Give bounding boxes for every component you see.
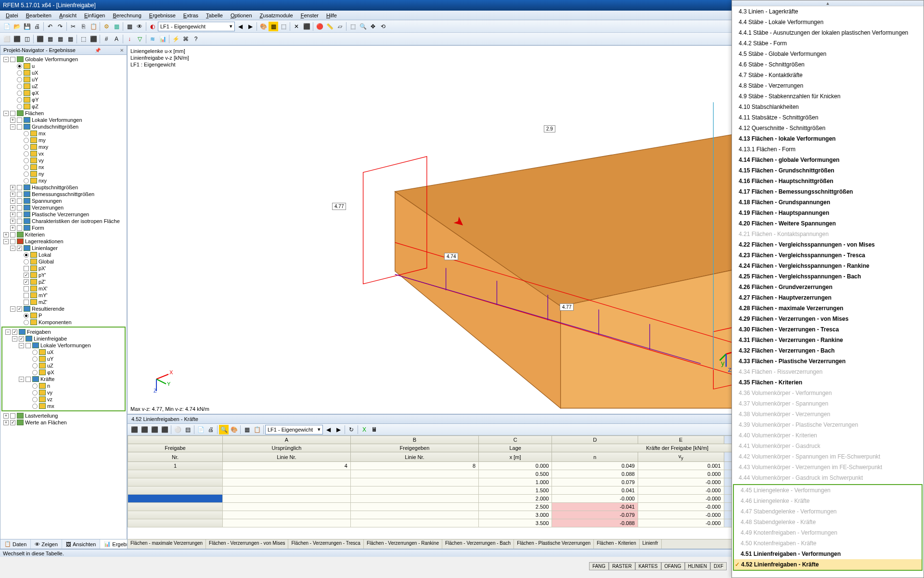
diagram-icon[interactable]: 📊 (158, 34, 167, 44)
menu-item[interactable]: 4.15 Flächen - Grundschnittgrößen (732, 165, 924, 176)
menu-hilfe[interactable]: Hilfe (322, 12, 341, 19)
tbl-table-icon[interactable]: ▦ (242, 425, 252, 434)
tree-item[interactable]: uZ (3, 362, 124, 369)
tree-item[interactable]: +Kriterien (1, 231, 126, 238)
menu-item[interactable]: 4.21 Flächen - Kontaktspannungen (732, 229, 924, 239)
tree-item[interactable]: φX (1, 90, 126, 96)
tbl-excel-icon[interactable]: X (359, 425, 369, 434)
tree-item[interactable]: +Verzerrungen (1, 204, 126, 211)
menu-einfügen[interactable]: Einfügen (80, 12, 109, 19)
table-tab[interactable]: Linienfr (640, 539, 662, 549)
misc1-icon[interactable]: ⚡ (171, 34, 180, 44)
menu-item[interactable]: 4.50 Knotenfreigaben - Kräfte (734, 538, 922, 549)
tree-item[interactable]: Global (1, 258, 126, 265)
menu-item[interactable]: 4.14 Flächen - globale Verformungen (732, 155, 924, 165)
support-icon[interactable]: ▽ (135, 34, 144, 44)
tree-item[interactable]: u (1, 63, 126, 69)
section-icon[interactable]: ⬛ (302, 22, 311, 31)
menu-item[interactable]: 4.24 Flächen - Vergleichsspannungen - Ra… (732, 261, 924, 271)
lf-icon[interactable]: ◐ (148, 22, 157, 31)
xz-icon[interactable]: ▦ (55, 34, 65, 44)
menu-item[interactable]: 4.40 Volumenkörper - Kriterien (732, 430, 924, 441)
menu-item[interactable]: 4.44 Volumenkörper - Gasdruck im Schwerp… (732, 473, 924, 483)
nav-tab-zeigen[interactable]: 👁Zeigen (31, 539, 62, 549)
menu-item[interactable]: 4.25 Flächen - Vergleichsspannungen - Ba… (732, 271, 924, 282)
table-tab[interactable]: Flächen - Verzerrungen - Bach (442, 539, 514, 549)
tree-item[interactable]: +Plastische Verzerrungen (1, 211, 126, 218)
table-tab[interactable]: Flächen - Verzerrungen - Tresca (288, 539, 363, 549)
tree-item[interactable]: +Hauptschnittgrößen (1, 184, 126, 191)
iso-icon[interactable]: ⬛ (35, 34, 45, 44)
menu-handle[interactable]: ▲ (732, 0, 924, 6)
tree-item[interactable]: +Spannungen (1, 197, 126, 204)
tbl-refresh-icon[interactable]: ↻ (346, 425, 356, 434)
menu-item[interactable]: 4.16 Flächen - Hauptschnittgrößen (732, 176, 924, 186)
result-icon[interactable]: ≋ (148, 34, 157, 44)
menu-item[interactable]: 4.31 Flächen - Verzerrungen - Rankine (732, 335, 924, 345)
tree-item[interactable]: −Globale Verformungen (1, 56, 126, 63)
navigator-pin-icon[interactable]: 📌 (95, 48, 101, 53)
menu-item[interactable]: 4.27 Flächen - Hauptverzerrungen (732, 292, 924, 303)
calc-icon[interactable]: ⚙ (102, 22, 111, 31)
tree-item[interactable]: φZ (1, 103, 126, 110)
tree-item[interactable]: uY (3, 355, 124, 362)
menu-item[interactable]: 4.52 Linienfreigaben - Kräfte (734, 559, 922, 570)
tree-item[interactable]: pY' (1, 272, 126, 278)
tbl-nav2-icon[interactable]: ⬛ (140, 425, 149, 434)
menu-item[interactable]: 4.37 Volumenkörper - Spannungen (732, 398, 924, 409)
next-lf-icon[interactable]: ▶ (245, 22, 255, 31)
tree-item[interactable]: +Form (1, 224, 126, 231)
tbl-nav4-icon[interactable]: ⬛ (160, 425, 169, 434)
tree-item[interactable]: +Charakteristiken der isotropen Fläche (1, 218, 126, 224)
tree-item[interactable]: −Linienlager (1, 245, 126, 251)
snap-hlinien[interactable]: HLINIEN (685, 562, 710, 570)
xy-icon[interactable]: ▦ (45, 34, 55, 44)
label-icon[interactable]: A (112, 34, 121, 44)
node-icon[interactable]: 🔴 (315, 22, 324, 31)
tree-item[interactable]: nxy (1, 177, 126, 184)
menu-item[interactable]: 4.17 Flächen - Bemessungsschnittgrößen (732, 186, 924, 197)
menu-item[interactable]: 4.18 Flächen - Grundspannungen (732, 197, 924, 208)
copy-icon[interactable]: ⎘ (78, 22, 88, 31)
mesh-icon[interactable]: ▦ (269, 22, 278, 31)
table-lf-combo[interactable]: LF1 - Eigengewicht▾ (265, 425, 323, 434)
menu-item[interactable]: 4.41 Volumenkörper - Gasdruck (732, 441, 924, 451)
tree-item[interactable]: −Lokale Verformungen (3, 342, 124, 349)
paste-icon[interactable]: 📋 (89, 22, 98, 31)
menu-item[interactable]: 4.39 Volumenkörper - Plastische Verzerru… (732, 420, 924, 430)
menu-ansicht[interactable]: Ansicht (55, 12, 80, 19)
snap-raster[interactable]: RASTER (609, 562, 635, 570)
tree-item[interactable]: mY' (1, 292, 126, 299)
menu-item[interactable]: 4.12 Querschnitte - Schnittgrößen (732, 123, 924, 133)
menu-item[interactable]: 4.13 Flächen - lokale Verformungen (732, 133, 924, 144)
render-icon[interactable]: 🎨 (258, 22, 268, 31)
tree-item[interactable]: φY (1, 96, 126, 103)
menu-item[interactable]: 4.20 Flächen - Weitere Spannungen (732, 218, 924, 229)
tree-item[interactable]: n (3, 382, 124, 389)
tree-item[interactable]: uX (1, 69, 126, 76)
tree-item[interactable]: mX' (1, 285, 126, 292)
snap-fang[interactable]: FANG (589, 562, 609, 570)
tbl-prev-icon[interactable]: ◀ (323, 425, 333, 434)
tool-icon[interactable]: ⬚ (279, 22, 288, 31)
navigator-close-icon[interactable]: ✕ (120, 48, 124, 53)
tbl-filter-icon[interactable]: ⚪ (173, 425, 182, 434)
cross-icon[interactable]: ✕ (292, 22, 301, 31)
menu-ergebnisse[interactable]: Ergebnisse (145, 12, 180, 19)
load-case-combo[interactable]: LF1 - Eigengewicht▾ (158, 22, 235, 31)
view1-icon[interactable]: ⬜ (2, 34, 12, 44)
view-icon[interactable]: 👁 (135, 22, 144, 31)
menu-item[interactable]: 4.49 Knotenfreigaben - Verformungen (734, 527, 922, 538)
menu-item[interactable]: 4.6 Stäbe - Schnittgrößen (732, 59, 924, 70)
tree-item[interactable]: φX (3, 369, 124, 376)
zoom-icon[interactable]: 🔍 (358, 22, 368, 31)
yz-icon[interactable]: ▦ (65, 34, 75, 44)
tree-item[interactable]: vx (1, 150, 126, 157)
menu-item[interactable]: 4.26 Flächen - Grundverzerrungen (732, 282, 924, 292)
tbl-print-icon[interactable]: 🖨 (206, 425, 216, 434)
tree-item[interactable]: nx (1, 164, 126, 171)
menu-optionen[interactable]: Optionen (227, 12, 256, 19)
tree-item[interactable]: Komponenten (1, 319, 126, 326)
tree-item[interactable]: my (1, 137, 126, 144)
tree-item[interactable]: −Linienfreigabe (3, 335, 124, 342)
